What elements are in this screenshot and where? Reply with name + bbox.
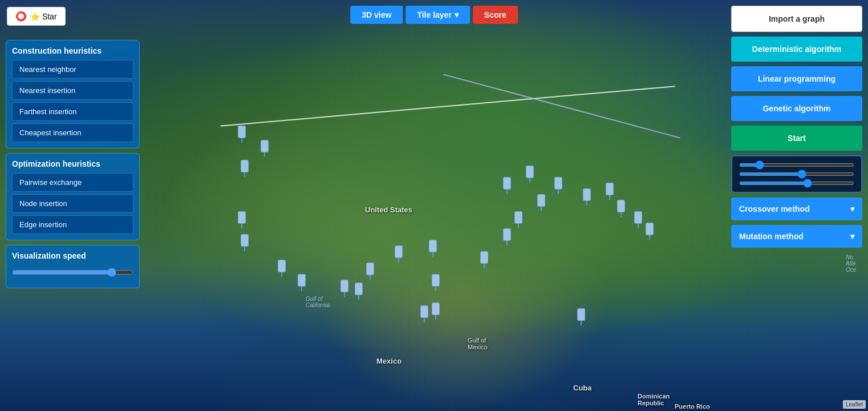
speed-title: Visualization speed <box>12 251 133 260</box>
construction-heuristics-panel: Construction heuristics Nearest neighbor… <box>6 40 140 148</box>
map-marker[interactable] <box>582 188 592 206</box>
map-marker[interactable] <box>297 274 307 291</box>
start-button[interactable]: Start <box>731 126 862 151</box>
optimization-title: Optimization heuristics <box>12 159 133 168</box>
crossover-method-button[interactable]: Crossover method ▾ <box>731 198 862 220</box>
genetic-algorithm-button[interactable]: Genetic algorithm <box>731 96 862 121</box>
crossover-method-label: Crossover method <box>739 204 810 213</box>
construction-buttons: Nearest neighbor Nearest insertion Farth… <box>12 60 133 142</box>
github-star-button[interactable]: ⭕ ⭐ Star <box>7 7 66 26</box>
map-marker[interactable] <box>240 234 250 251</box>
deterministic-algorithm-button[interactable]: Deterministic algorithm <box>731 37 862 62</box>
genetic-slider-1[interactable] <box>739 163 854 167</box>
github-icon: ⭕ <box>15 11 27 22</box>
mutation-dropdown-arrow: ▾ <box>850 232 854 241</box>
linear-programming-button[interactable]: Linear programming <box>731 66 862 91</box>
tile-layer-label: Tile layer <box>417 10 451 19</box>
map-marker[interactable] <box>616 200 626 217</box>
score-button[interactable]: Score <box>473 6 518 24</box>
continent-overlay <box>114 0 811 411</box>
construction-title: Construction heuristics <box>12 46 133 55</box>
nearest-insertion-button[interactable]: Nearest insertion <box>12 81 133 100</box>
map-marker[interactable] <box>431 274 441 291</box>
node-insertion-button[interactable]: Node insertion <box>12 194 133 213</box>
cheapest-insertion-button[interactable]: Cheapest insertion <box>12 123 133 142</box>
map-marker[interactable] <box>502 228 512 245</box>
map-marker[interactable] <box>339 280 350 297</box>
visualization-speed-panel: Visualization speed <box>6 245 140 288</box>
github-star-label: ⭐ Star <box>30 12 57 21</box>
crossover-dropdown-arrow: ▾ <box>850 204 854 213</box>
mutation-method-button[interactable]: Mutation method ▾ <box>731 225 862 248</box>
tile-layer-arrow: ▾ <box>455 10 459 19</box>
slider-row-3 <box>739 182 854 185</box>
map-marker[interactable] <box>502 177 512 194</box>
map-marker[interactable] <box>576 308 586 325</box>
tile-layer-button[interactable]: Tile layer ▾ <box>405 6 469 24</box>
view-3d-button[interactable]: 3D view <box>350 6 403 24</box>
map-marker[interactable] <box>513 211 524 228</box>
map-marker[interactable] <box>394 245 404 263</box>
map-marker[interactable] <box>365 263 375 280</box>
optimization-heuristics-panel: Optimization heuristics Pairwise exchang… <box>6 153 140 240</box>
import-graph-button[interactable]: Import a graph <box>731 6 862 32</box>
map-marker[interactable] <box>644 223 655 240</box>
map-marker[interactable] <box>277 260 287 277</box>
map-marker[interactable] <box>605 183 615 200</box>
map-marker[interactable] <box>354 283 364 300</box>
sliders-panel <box>731 155 862 193</box>
map-marker[interactable] <box>428 240 438 257</box>
map-marker[interactable] <box>525 166 535 183</box>
map-marker[interactable] <box>479 251 489 268</box>
top-bar: 3D view Tile layer ▾ Score <box>350 6 518 24</box>
map-marker[interactable] <box>431 303 441 320</box>
map-marker[interactable] <box>419 305 429 323</box>
map-marker[interactable] <box>553 177 563 194</box>
map-marker[interactable] <box>240 160 250 177</box>
slider-row-2 <box>739 172 854 176</box>
map-marker[interactable] <box>237 211 247 228</box>
genetic-slider-2[interactable] <box>739 172 854 176</box>
farthest-insertion-button[interactable]: Farthest insertion <box>12 102 133 121</box>
left-sidebar: Construction heuristics Nearest neighbor… <box>6 40 140 288</box>
map-marker[interactable] <box>536 194 546 211</box>
mutation-method-label: Mutation method <box>739 232 804 241</box>
map-marker[interactable] <box>237 126 247 143</box>
map-marker[interactable] <box>259 140 270 157</box>
right-sidebar: Import a graph Deterministic algorithm L… <box>731 6 862 248</box>
pairwise-exchange-button[interactable]: Pairwise exchange <box>12 173 133 192</box>
map-marker[interactable] <box>633 211 643 228</box>
optimization-buttons: Pairwise exchange Node insertion Edge in… <box>12 173 133 234</box>
nearest-neighbor-button[interactable]: Nearest neighbor <box>12 60 133 79</box>
leaflet-attribution: Leaflet <box>843 400 866 409</box>
slider-row-1 <box>739 163 854 167</box>
genetic-slider-3[interactable] <box>739 182 854 185</box>
speed-slider[interactable] <box>12 268 133 277</box>
speed-slider-container <box>12 265 133 282</box>
edge-insertion-button[interactable]: Edge insertion <box>12 215 133 234</box>
